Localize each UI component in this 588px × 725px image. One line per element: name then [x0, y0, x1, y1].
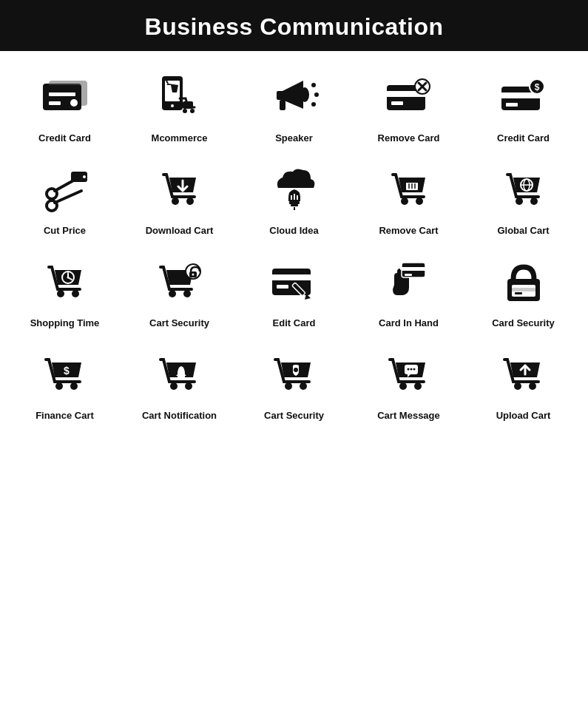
- svg-point-91: [285, 382, 292, 390]
- credit-card-1-label: Credit Card: [38, 132, 91, 145]
- svg-point-66: [67, 276, 69, 278]
- svg-point-14: [190, 109, 195, 113]
- svg-text:$: $: [64, 365, 70, 377]
- icon-cell-edit-card: Edit Card: [237, 243, 351, 336]
- svg-point-57: [530, 198, 538, 205]
- edit-card-label: Edit Card: [273, 317, 316, 330]
- icon-cell-cart-notification: Cart Notification: [122, 336, 237, 428]
- svg-rect-79: [405, 274, 412, 276]
- shopping-time-icon: [36, 252, 95, 311]
- icon-cell-cart-security: Cart Security: [122, 243, 237, 336]
- icon-cell-credit-card-2: $ Credit Card: [466, 58, 581, 151]
- remove-cart-icon: [379, 160, 439, 219]
- finance-cart-label: Finance Cart: [36, 410, 94, 422]
- svg-rect-23: [391, 101, 403, 105]
- cart-notification-label: Cart Notification: [142, 410, 217, 422]
- header: Business Communication: [0, 0, 588, 51]
- cart-message-label: Cart Message: [377, 410, 440, 422]
- card-security-label: Card Security: [492, 317, 555, 330]
- credit-card-2-label: Credit Card: [497, 132, 550, 145]
- svg-rect-73: [272, 274, 311, 280]
- credit-card-2-icon: $: [494, 67, 553, 127]
- svg-rect-16: [280, 100, 285, 110]
- cart-security-icon: [150, 252, 209, 311]
- mcommerce-icon: [150, 67, 209, 127]
- remove-cart-label: Remove Cart: [379, 225, 438, 237]
- svg-rect-6: [49, 101, 61, 105]
- icon-cell-remove-card: Remove Card: [351, 58, 466, 151]
- svg-point-68: [183, 290, 191, 297]
- download-cart-label: Download Cart: [146, 225, 214, 237]
- cart-security-label: Cart Security: [149, 317, 209, 330]
- svg-rect-29: [506, 103, 518, 107]
- svg-rect-72: [272, 269, 311, 295]
- svg-point-17: [300, 87, 309, 102]
- svg-point-98: [407, 368, 409, 370]
- svg-rect-4: [43, 85, 81, 110]
- svg-point-48: [416, 198, 423, 205]
- svg-line-35: [55, 191, 81, 203]
- icon-cell-card-in-hand: Card In Hand: [351, 243, 466, 336]
- svg-point-56: [516, 198, 523, 205]
- svg-point-18: [311, 83, 316, 87]
- icon-cell-cart-message: Cart Message: [351, 336, 466, 428]
- global-cart-icon: [494, 160, 553, 219]
- icon-cell-cart-security-2: Cart Security: [237, 336, 351, 428]
- icon-cell-mcommerce: Mcommerce: [122, 58, 237, 151]
- download-cart-icon: [150, 160, 209, 219]
- svg-point-47: [401, 198, 408, 205]
- svg-point-13: [183, 109, 187, 113]
- svg-rect-55: [408, 178, 416, 180]
- global-cart-label: Global Cart: [497, 225, 549, 237]
- shopping-time-label: Shopping Time: [30, 317, 100, 330]
- icon-cell-card-security: Card Security: [466, 243, 581, 336]
- svg-point-10: [171, 104, 174, 107]
- remove-card-label: Remove Card: [378, 132, 440, 145]
- svg-point-95: [414, 382, 422, 390]
- cart-security-2-icon: [265, 345, 324, 404]
- cut-price-label: Cut Price: [44, 225, 86, 237]
- upload-cart-icon: [494, 345, 553, 404]
- svg-point-39: [186, 198, 194, 205]
- upload-cart-label: Upload Cart: [496, 410, 551, 422]
- svg-rect-42: [291, 204, 298, 206]
- card-security-icon: [494, 252, 553, 311]
- cart-notification-icon: [150, 345, 209, 404]
- icon-cell-speaker: Speaker: [237, 58, 351, 151]
- svg-point-61: [57, 290, 64, 297]
- speaker-label: Speaker: [275, 132, 313, 145]
- svg-point-38: [172, 198, 179, 205]
- card-in-hand-icon: [379, 252, 439, 311]
- icon-cell-cut-price: Cut Price: [7, 151, 122, 243]
- svg-point-88: [185, 382, 192, 390]
- svg-rect-41: [289, 201, 300, 204]
- svg-rect-74: [277, 285, 288, 289]
- icon-cell-global-cart: Global Cart: [466, 151, 581, 243]
- icon-cell-shopping-time: Shopping Time: [7, 243, 122, 336]
- icon-cell-finance-cart: $ Finance Cart: [7, 336, 122, 428]
- svg-rect-82: [512, 288, 535, 291]
- cart-security-2-label: Cart Security: [264, 410, 324, 422]
- icon-cell-remove-cart: Remove Cart: [351, 151, 466, 243]
- cloud-idea-icon: [265, 160, 324, 219]
- svg-point-87: [170, 382, 178, 390]
- svg-point-7: [70, 99, 78, 107]
- card-in-hand-label: Card In Hand: [379, 317, 439, 330]
- svg-point-71: [192, 273, 194, 275]
- icon-cell-download-cart: Download Cart: [122, 151, 237, 243]
- svg-point-100: [413, 368, 415, 370]
- svg-point-93: [294, 368, 298, 372]
- cut-price-icon: [36, 160, 95, 219]
- svg-point-90: [180, 377, 183, 380]
- svg-point-62: [72, 290, 79, 297]
- svg-point-101: [514, 382, 521, 390]
- svg-point-85: [70, 382, 78, 390]
- header-title: Business Communication: [145, 13, 444, 40]
- svg-point-19: [314, 92, 319, 97]
- speaker-icon: [265, 67, 324, 127]
- icon-cell-credit-card-1: Credit Card: [7, 58, 122, 151]
- svg-point-99: [410, 368, 412, 370]
- remove-card-icon: [379, 67, 439, 127]
- icon-cell-cloud-idea: Cloud Idea: [237, 151, 351, 243]
- svg-point-92: [300, 382, 307, 390]
